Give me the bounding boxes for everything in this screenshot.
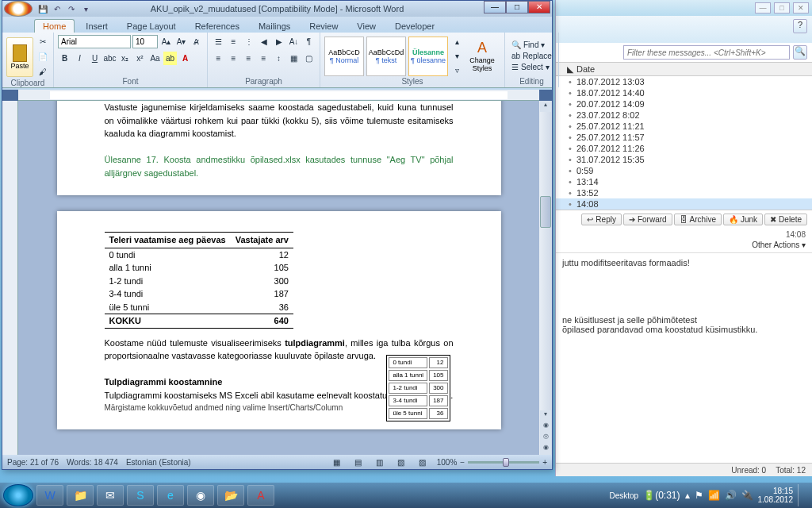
mail-message-item[interactable]: 18.07.2012 13:03 <box>556 76 812 87</box>
multilevel-button[interactable]: ⋮ <box>242 35 255 48</box>
align-center-button[interactable]: ≡ <box>227 52 240 65</box>
paragraph-marks-button[interactable]: ¶ <box>302 35 316 48</box>
mail-filter-input[interactable] <box>623 45 790 60</box>
mail-message-item[interactable]: 20.07.2012 14:09 <box>556 98 812 110</box>
mail-message-item[interactable]: 23.07.2012 8:02 <box>556 110 812 121</box>
network-icon[interactable]: 📶 <box>708 490 720 501</box>
taskbar-thunderbird-icon[interactable]: ✉ <box>97 485 124 506</box>
italic-button[interactable]: I <box>73 52 86 65</box>
junk-button[interactable]: 🔥Junk <box>723 214 763 225</box>
page-indicator[interactable]: Page: 21 of 76 <box>7 458 59 467</box>
reply-button[interactable]: ↩Reply <box>581 214 622 225</box>
zoom-slider[interactable] <box>468 461 539 464</box>
delete-button[interactable]: ✖Delete <box>764 214 807 225</box>
redo-icon[interactable]: ↷ <box>66 3 77 14</box>
save-icon[interactable]: 💾 <box>37 3 48 14</box>
mail-message-item[interactable]: 25.07.2012 11:57 <box>556 132 812 143</box>
tab-insert[interactable]: Insert <box>78 20 116 33</box>
change-styles-button[interactable]: A Change Styles <box>464 37 500 76</box>
mail-message-item[interactable]: 26.07.2012 11:26 <box>556 143 812 154</box>
browse-object-icon[interactable]: ◎ <box>540 433 551 444</box>
change-case-button[interactable]: Aa <box>148 52 162 65</box>
show-desktop-button[interactable] <box>798 484 804 506</box>
clock[interactable]: 18:15 1.08.2012 <box>758 487 794 504</box>
highlight-button[interactable]: ab <box>163 52 177 65</box>
mail-help-icon[interactable]: ? <box>793 19 807 33</box>
bold-button[interactable]: B <box>58 52 71 65</box>
increase-indent-button[interactable]: ▶ <box>272 35 285 48</box>
taskbar-explorer-icon[interactable]: 📁 <box>67 485 94 506</box>
tab-view[interactable]: View <box>349 20 384 33</box>
tab-developer[interactable]: Developer <box>387 20 442 33</box>
cut-icon[interactable]: ✂ <box>36 35 49 48</box>
copy-icon[interactable]: 📄 <box>36 50 49 64</box>
tray-overflow-icon[interactable]: ▴ <box>685 490 690 501</box>
page-container[interactable]: Vastuste jagunemise kirjeldamiseks saame… <box>18 101 539 455</box>
subscript-button[interactable]: x₂ <box>118 52 132 65</box>
taskbar-files-icon[interactable]: 📂 <box>217 485 244 506</box>
grow-font-icon[interactable]: A▴ <box>159 35 173 48</box>
mail-message-item[interactable]: 18.07.2012 14:40 <box>556 87 812 98</box>
full-screen-view-icon[interactable]: ▤ <box>351 456 365 469</box>
style-tekst[interactable]: AaBbCcDd¶ tekst <box>366 37 406 76</box>
find-button[interactable]: 🔍Find ▾ <box>509 40 554 50</box>
tab-references[interactable]: References <box>187 20 247 33</box>
superscript-button[interactable]: x² <box>133 52 147 65</box>
select-button[interactable]: ☰Select ▾ <box>509 62 554 72</box>
search-icon[interactable]: 🔍 <box>793 45 807 60</box>
other-actions-button[interactable]: Other Actions ▾ <box>556 241 812 252</box>
shading-button[interactable]: ▦ <box>287 52 301 65</box>
forward-button[interactable]: ➔Forward <box>623 214 672 225</box>
bullets-button[interactable]: ☰ <box>212 35 225 48</box>
taskbar-skype-icon[interactable]: S <box>127 485 154 506</box>
taskbar-acrobat-icon[interactable]: A <box>247 485 274 506</box>
strikethrough-button[interactable]: abc <box>103 52 117 65</box>
shrink-font-icon[interactable]: A▾ <box>174 35 188 48</box>
clear-formatting-icon[interactable]: A̷ <box>190 35 203 48</box>
mail-message-item[interactable]: 25.07.2012 11:21 <box>556 121 812 132</box>
zoom-level[interactable]: 100% <box>437 458 458 467</box>
mail-message-item[interactable]: 31.07.2012 15:35 <box>556 154 812 165</box>
volume-icon[interactable]: 🔊 <box>725 490 737 501</box>
decrease-indent-button[interactable]: ◀ <box>257 35 270 48</box>
action-center-icon[interactable]: ⚑ <box>695 490 703 501</box>
draft-view-icon[interactable]: ▨ <box>416 456 429 469</box>
align-right-button[interactable]: ≡ <box>242 52 255 65</box>
font-size-select[interactable] <box>132 35 158 48</box>
replace-button[interactable]: abReplace <box>509 51 554 61</box>
outline-view-icon[interactable]: ▧ <box>394 456 408 469</box>
tab-review[interactable]: Review <box>301 20 346 33</box>
zoom-in-button[interactable]: + <box>542 458 547 467</box>
mail-message-item[interactable]: 13:14 <box>556 176 812 187</box>
style-normal[interactable]: AaBbCcD¶ Normal <box>324 37 364 76</box>
align-left-button[interactable]: ≡ <box>212 52 225 65</box>
format-painter-icon[interactable]: 🖌 <box>36 65 49 79</box>
qat-dropdown-icon[interactable]: ▾ <box>80 3 91 14</box>
style-ulesanne[interactable]: Ülesanne¶ ülesanne <box>408 37 448 76</box>
battery-icon[interactable]: 🔋(0:31) <box>643 490 680 501</box>
start-button[interactable] <box>3 484 33 506</box>
mail-maximize-button[interactable]: □ <box>774 2 790 13</box>
line-spacing-button[interactable]: ↕ <box>272 52 285 65</box>
scroll-down-icon[interactable]: ▾ <box>540 410 551 421</box>
mail-minimize-button[interactable]: — <box>755 2 771 13</box>
prev-page-icon[interactable]: ◉ <box>540 421 551 433</box>
justify-button[interactable]: ≡ <box>257 52 270 65</box>
tab-page-layout[interactable]: Page Layout <box>119 20 184 33</box>
styles-down-icon[interactable]: ▾ <box>450 49 464 63</box>
mail-message-item[interactable]: 13:52 <box>556 187 812 198</box>
language-indicator[interactable]: Estonian (Estonia) <box>126 458 191 467</box>
maximize-button[interactable]: □ <box>506 1 528 13</box>
undo-icon[interactable]: ↶ <box>52 3 63 14</box>
sort-button[interactable]: A↓ <box>287 35 301 48</box>
vertical-scrollbar[interactable]: ▴ ▾ ◉ ◎ ◉ <box>539 101 552 455</box>
horizontal-ruler[interactable] <box>18 90 539 101</box>
archive-button[interactable]: 🗄Archive <box>674 214 722 225</box>
word-titlebar[interactable]: 💾 ↶ ↷ ▾ AKU_opik_v2_muudatused [Compatib… <box>2 1 552 17</box>
mail-close-button[interactable]: ✕ <box>793 2 809 13</box>
styles-more-icon[interactable]: ▿ <box>450 64 464 77</box>
numbering-button[interactable]: ≡ <box>227 35 240 48</box>
minimize-button[interactable]: — <box>484 1 506 13</box>
close-button[interactable]: ✕ <box>528 1 550 13</box>
print-layout-view-icon[interactable]: ▦ <box>330 456 343 469</box>
